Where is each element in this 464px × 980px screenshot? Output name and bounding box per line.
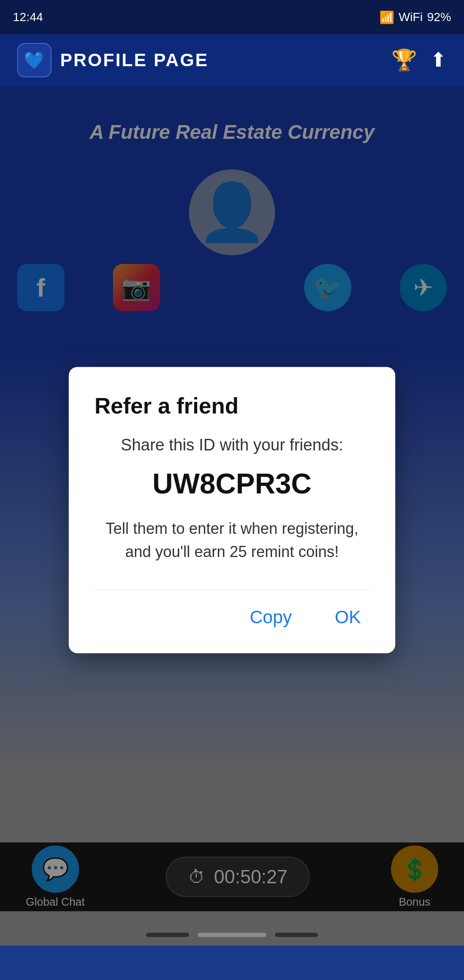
modal-subtitle: Share this ID with your friends: <box>95 436 369 454</box>
page-title: PROFILE PAGE <box>60 50 209 70</box>
wifi-icon: WiFi <box>399 10 423 24</box>
app-logo-icon[interactable]: 💙 <box>17 43 52 77</box>
app-header: 💙 PROFILE PAGE 🏆 ⬆ <box>0 34 464 86</box>
status-icons: 📶 WiFi 92% <box>379 10 451 24</box>
refer-friend-modal: Refer a friend Share this ID with your f… <box>69 367 395 653</box>
status-bar: 12:44 📶 WiFi 92% <box>0 0 464 34</box>
modal-divider <box>95 589 369 590</box>
modal-buttons: Copy OK <box>95 603 369 632</box>
trophy-icon[interactable]: 🏆 <box>391 48 417 72</box>
share-icon[interactable]: ⬆ <box>430 48 447 72</box>
status-time: 12:44 <box>13 10 43 24</box>
copy-button[interactable]: Copy <box>241 603 300 632</box>
time-display: 12:44 <box>13 10 43 24</box>
signal-icon: 📶 <box>379 10 394 24</box>
modal-body-text: Tell them to enter it when registering, … <box>95 517 369 564</box>
ok-button[interactable]: OK <box>326 603 369 632</box>
header-actions: 🏆 ⬆ <box>391 48 447 72</box>
main-content: A Future Real Estate Currency 👤 f 📷 🐦 ✈ … <box>0 86 464 946</box>
modal-title: Refer a friend <box>95 393 369 419</box>
battery-icon: 92% <box>427 10 451 24</box>
header-left: 💙 PROFILE PAGE <box>17 43 209 77</box>
referral-code: UW8CPR3C <box>95 467 369 500</box>
